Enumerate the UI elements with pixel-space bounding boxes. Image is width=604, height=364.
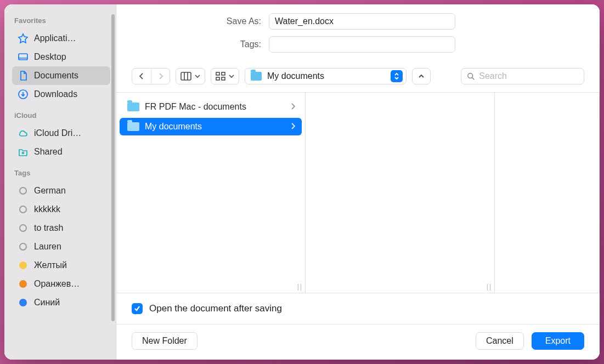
desktop-icon (18, 52, 29, 62)
new-folder-button[interactable]: New Folder (132, 332, 197, 350)
sidebar-item-label: Applicati… (34, 33, 76, 43)
sidebar-item-label: Documents (34, 71, 78, 81)
shared-folder-icon (18, 146, 29, 157)
sidebar-item-label: iCloud Dri… (34, 128, 81, 138)
save-as-input[interactable] (269, 13, 455, 30)
svg-point-8 (468, 73, 473, 78)
sidebar-item-downloads[interactable]: Downloads (12, 85, 110, 104)
folder-icon (251, 72, 262, 81)
chevron-up-icon (418, 73, 425, 79)
chevron-right-icon (158, 72, 163, 80)
browser-column-1: FR PDF Mac - documents My documents || (116, 93, 306, 293)
sidebar-item-label: Желтый (34, 260, 67, 270)
svg-rect-6 (216, 77, 219, 80)
folder-row[interactable]: My documents (120, 118, 302, 135)
columns-icon (180, 72, 191, 81)
tags-label: Tags: (132, 39, 269, 49)
column-browser: FR PDF Mac - documents My documents || |… (116, 92, 600, 293)
folder-icon (127, 103, 139, 111)
svg-rect-5 (222, 72, 225, 75)
tags-input[interactable] (269, 36, 455, 53)
sidebar-section-tags: Tags (14, 169, 108, 177)
cloud-icon (18, 128, 29, 139)
options-bar: Open the document after saving (116, 293, 600, 324)
group-by-control[interactable] (211, 68, 239, 84)
chevron-down-icon (229, 74, 234, 78)
sidebar-item-label: Downloads (34, 89, 77, 99)
chevron-right-icon (291, 102, 295, 112)
sidebar-item-label: Lauren (34, 242, 61, 252)
column-resize-handle[interactable]: || (487, 283, 492, 291)
sidebar-tag-kkkkkk[interactable]: kkkkkk (12, 200, 110, 219)
sidebar-scrollbar[interactable] (111, 14, 115, 321)
sidebar-item-label: Оранжев… (34, 279, 80, 289)
export-button[interactable]: Export (532, 332, 584, 350)
sidebar-item-label: kkkkkk (34, 204, 60, 214)
document-icon (18, 70, 29, 81)
search-input[interactable] (479, 71, 578, 81)
location-label: My documents (267, 71, 385, 81)
open-after-save-checkbox[interactable] (132, 303, 143, 314)
sidebar-item-shared[interactable]: Shared (12, 143, 110, 161)
tag-circle-icon (18, 185, 29, 196)
sidebar-item-icloud-drive[interactable]: iCloud Dri… (12, 124, 110, 143)
main-panel: Save As: Tags: (116, 4, 600, 360)
sidebar-tag-yellow[interactable]: Желтый (12, 256, 110, 275)
sidebar-section-icloud: iCloud (14, 111, 108, 120)
save-dialog-window: Favorites Applicati… Desktop Documents D… (4, 4, 600, 360)
sidebar-item-label: Shared (34, 147, 63, 157)
sidebar-tag-orange[interactable]: Оранжев… (12, 275, 110, 293)
tag-circle-icon (18, 260, 29, 271)
tag-circle-icon (18, 297, 29, 308)
open-after-save-label: Open the document after saving (149, 303, 282, 314)
toolbar: My documents (116, 65, 600, 92)
svg-rect-4 (216, 72, 219, 75)
search-field[interactable] (461, 68, 584, 84)
search-icon (467, 72, 475, 81)
view-columns-control[interactable] (176, 68, 205, 84)
sidebar-item-documents[interactable]: Documents (12, 66, 110, 85)
sidebar-tag-lauren[interactable]: Lauren (12, 237, 110, 256)
folder-row-label: FR PDF Mac - documents (145, 102, 246, 112)
chevron-left-icon (139, 72, 144, 80)
svg-point-2 (22, 152, 24, 154)
tag-circle-icon (18, 278, 29, 289)
tag-circle-icon (18, 223, 29, 234)
back-button[interactable] (132, 69, 151, 84)
tag-circle-icon (18, 204, 29, 215)
svg-rect-3 (181, 72, 191, 80)
sidebar-tag-blue[interactable]: Синий (12, 293, 110, 312)
sidebar-item-desktop[interactable]: Desktop (12, 48, 110, 66)
forward-button[interactable] (151, 69, 170, 84)
download-icon (18, 89, 29, 100)
svg-rect-0 (19, 54, 27, 60)
folder-icon (127, 122, 139, 131)
sidebar-item-applications[interactable]: Applicati… (12, 29, 110, 48)
nav-back-forward (132, 68, 170, 84)
sidebar-item-label: Синий (34, 298, 60, 308)
folder-row[interactable]: FR PDF Mac - documents (120, 98, 302, 116)
save-as-label: Save As: (132, 16, 269, 26)
form-area: Save As: Tags: (116, 4, 600, 65)
grid-icon (216, 72, 225, 81)
collapse-button[interactable] (412, 68, 431, 84)
svg-rect-7 (222, 77, 225, 80)
chevron-down-icon (195, 74, 200, 78)
applications-icon (18, 33, 29, 44)
cancel-button[interactable]: Cancel (476, 332, 524, 350)
sidebar: Favorites Applicati… Desktop Documents D… (4, 4, 116, 360)
sidebar-tag-german[interactable]: German (12, 181, 110, 200)
browser-column-2: || (306, 93, 495, 293)
check-icon (134, 305, 140, 312)
sidebar-item-label: German (34, 186, 66, 196)
chevron-right-icon (291, 122, 295, 132)
sidebar-tag-to-trash[interactable]: to trash (12, 219, 110, 237)
folder-row-label: My documents (145, 122, 202, 132)
location-stepper-icon (391, 70, 403, 82)
sidebar-item-label: Desktop (34, 52, 66, 62)
sidebar-item-label: to trash (34, 223, 63, 233)
footer: New Folder Cancel Export (116, 324, 600, 360)
column-resize-handle[interactable]: || (297, 283, 303, 291)
tag-circle-icon (18, 241, 29, 252)
location-popup[interactable]: My documents (245, 68, 407, 84)
